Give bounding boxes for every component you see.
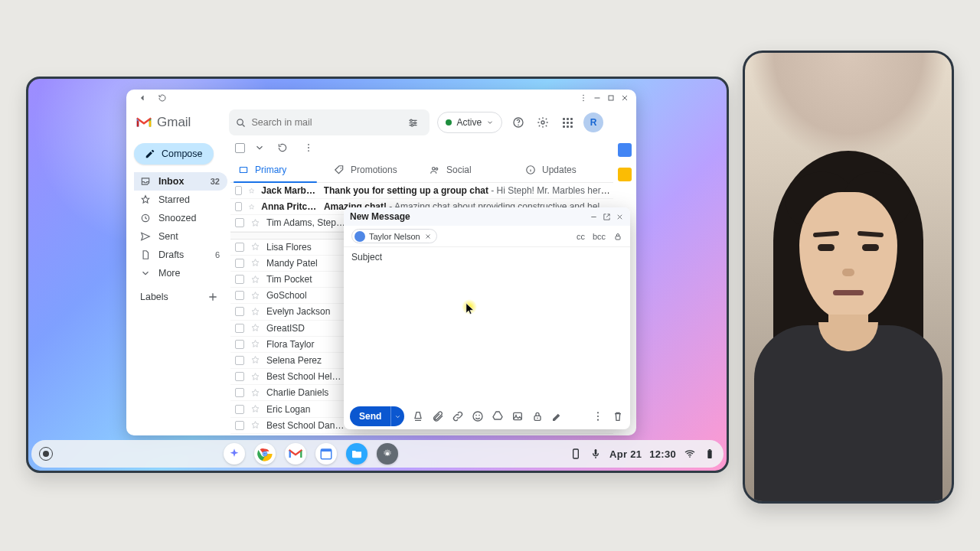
reload-button[interactable] xyxy=(157,93,168,103)
tab-social[interactable]: Social xyxy=(422,157,518,182)
star-icon[interactable] xyxy=(250,420,260,430)
settings-button[interactable] xyxy=(534,114,551,131)
calendar-app-icon[interactable] xyxy=(315,443,337,465)
star-icon[interactable] xyxy=(250,355,260,365)
link-icon[interactable] xyxy=(452,410,464,422)
refresh-button[interactable] xyxy=(274,139,291,156)
drive-icon[interactable] xyxy=(492,410,504,422)
tab-updates[interactable]: Updates xyxy=(518,157,613,182)
sidebar-item-sent[interactable]: Sent xyxy=(134,227,227,246)
row-checkbox[interactable] xyxy=(235,307,244,316)
sidebar-item-snoozed[interactable]: Snoozed xyxy=(134,209,227,227)
compose-header[interactable]: New Message xyxy=(344,207,630,226)
keep-addon-icon[interactable] xyxy=(618,168,632,181)
send-button[interactable]: Send xyxy=(350,406,404,426)
row-checkbox[interactable] xyxy=(235,275,244,284)
phone-hub-icon[interactable] xyxy=(570,448,582,460)
search-input[interactable] xyxy=(251,117,407,128)
row-checkbox[interactable] xyxy=(235,324,244,333)
chrome-app-icon[interactable] xyxy=(254,443,276,465)
tab-primary[interactable]: Primary xyxy=(230,157,326,182)
thread-sender: GoSchool xyxy=(266,290,346,301)
attach-icon[interactable] xyxy=(432,410,444,422)
star-icon[interactable] xyxy=(250,339,260,349)
row-checkbox[interactable] xyxy=(235,218,244,227)
thread-row[interactable]: Jack Marbles Thank you for setting up a … xyxy=(230,183,613,199)
star-icon[interactable] xyxy=(250,388,260,398)
window-maximize-button[interactable] xyxy=(606,93,616,103)
files-app-icon[interactable] xyxy=(346,443,368,465)
row-checkbox[interactable] xyxy=(235,405,244,414)
search-box[interactable] xyxy=(229,109,430,135)
row-checkbox[interactable] xyxy=(235,186,242,195)
sidebar-item-inbox[interactable]: Inbox 32 xyxy=(134,172,227,191)
more-button[interactable] xyxy=(300,139,317,156)
status-chip[interactable]: Active xyxy=(437,112,502,133)
calendar-addon-icon[interactable] xyxy=(618,143,632,157)
row-checkbox[interactable] xyxy=(235,388,244,397)
star-icon[interactable] xyxy=(250,404,260,414)
star-icon[interactable] xyxy=(250,218,260,228)
star-icon[interactable] xyxy=(250,307,260,317)
close-icon[interactable] xyxy=(616,213,624,221)
sidebar-item-more[interactable]: More xyxy=(134,264,227,282)
bcc-button[interactable]: bcc xyxy=(593,232,606,241)
minimize-icon[interactable] xyxy=(590,213,598,221)
remove-recipient-icon[interactable] xyxy=(424,233,432,240)
back-button[interactable] xyxy=(137,93,148,103)
star-icon[interactable] xyxy=(250,242,260,252)
popout-icon[interactable] xyxy=(603,213,611,221)
chevron-down-icon[interactable] xyxy=(254,142,265,153)
shelf-status[interactable]: Apr 21 12:30 xyxy=(570,448,716,460)
compose-body[interactable] xyxy=(344,267,630,403)
star-icon[interactable] xyxy=(250,323,260,333)
settings-app-icon[interactable] xyxy=(377,443,398,465)
google-apps-button[interactable] xyxy=(559,114,576,131)
compose-title: New Message xyxy=(350,211,410,222)
star-icon[interactable] xyxy=(248,202,255,212)
row-checkbox[interactable] xyxy=(235,372,244,381)
star-icon[interactable] xyxy=(250,372,260,382)
compose-button[interactable]: Compose xyxy=(134,143,214,165)
row-checkbox[interactable] xyxy=(235,340,244,349)
confidential-icon[interactable] xyxy=(531,410,544,422)
row-checkbox[interactable] xyxy=(235,291,244,300)
row-checkbox[interactable] xyxy=(235,356,244,365)
window-menu-button[interactable] xyxy=(578,93,589,103)
recipients-row[interactable]: Taylor Nelson cc bcc xyxy=(344,226,630,247)
sidebar-item-drafts[interactable]: Drafts 6 xyxy=(134,246,227,264)
star-icon[interactable] xyxy=(248,186,255,196)
sidebar-item-starred[interactable]: Starred xyxy=(134,191,227,209)
assistant-app-icon[interactable] xyxy=(224,443,245,465)
row-checkbox[interactable] xyxy=(235,259,244,268)
row-checkbox[interactable] xyxy=(235,421,244,430)
image-icon[interactable] xyxy=(511,410,524,422)
format-icon[interactable] xyxy=(412,410,424,422)
emoji-icon[interactable] xyxy=(472,410,484,422)
kebab-icon[interactable] xyxy=(592,410,604,422)
gmail-app-icon[interactable] xyxy=(285,443,306,465)
window-close-button[interactable] xyxy=(619,93,630,103)
account-avatar[interactable]: R xyxy=(583,112,603,132)
star-icon[interactable] xyxy=(250,291,260,301)
launcher-button[interactable] xyxy=(39,447,53,461)
send-options-button[interactable] xyxy=(390,406,404,426)
info-icon xyxy=(525,165,536,175)
trash-icon[interactable] xyxy=(612,410,624,422)
lock-icon[interactable] xyxy=(613,232,622,241)
window-minimize-button[interactable] xyxy=(592,93,603,103)
signature-icon[interactable] xyxy=(551,410,564,422)
subject-input[interactable] xyxy=(344,247,630,267)
add-label-button[interactable] xyxy=(204,289,221,305)
cc-button[interactable]: cc xyxy=(577,232,585,241)
recipient-chip[interactable]: Taylor Nelson xyxy=(351,229,437,243)
star-icon[interactable] xyxy=(250,258,260,268)
tab-promotions[interactable]: Promotions xyxy=(326,157,422,182)
tune-icon[interactable] xyxy=(407,117,419,129)
help-button[interactable] xyxy=(510,114,527,131)
dictation-icon[interactable] xyxy=(590,448,602,460)
select-all-checkbox[interactable] xyxy=(235,143,245,153)
row-checkbox[interactable] xyxy=(235,243,244,252)
star-icon[interactable] xyxy=(250,275,260,285)
row-checkbox[interactable] xyxy=(235,202,242,211)
